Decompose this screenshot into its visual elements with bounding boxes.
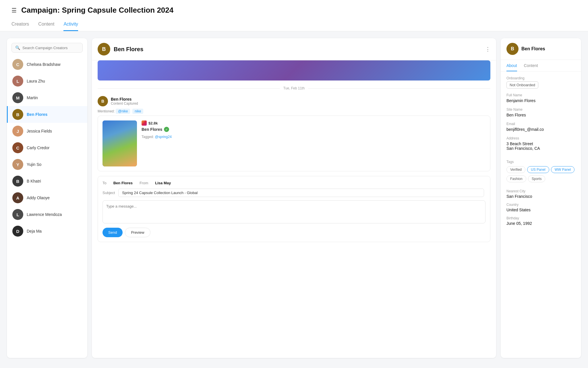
search-icon: 🔍 [15,45,20,50]
date-divider: Tue, Feb 11th [98,86,490,90]
main-content: 🔍 C Chelsea Bradshaw L Laura Zhu M Marti… [0,31,588,365]
email-value: benjifl0res_@mail.co [506,127,575,132]
middle-creator-name: Ben Flores [114,46,143,53]
avatar: C [12,59,23,70]
search-input[interactable] [22,46,79,50]
birthday-field: Birthday June 05, 1992 [506,216,575,226]
subject-input[interactable] [118,189,484,197]
creator-name: Deja Ma [27,229,42,233]
activity-card: B Ben Flores Content Captured Mentioned:… [98,96,490,171]
tagged-value: @spring24 [155,135,172,139]
tab-activity[interactable]: Activity [63,19,78,31]
creator-name: Carly Credor [27,145,49,150]
activity-subtitle: Content Captured [111,101,138,106]
header: ☰ Campaign: Spring Capsule Collection 20… [0,0,588,31]
address-label: Address [506,136,575,140]
avatar: B [98,96,108,106]
email-field: Email benjifl0res_@mail.co [506,122,575,132]
verified-icon: ✓ [164,127,169,132]
divider-line [98,88,280,89]
message-input[interactable] [102,200,486,223]
instagram-icon [142,120,147,126]
location-section: Nearest City San Francisco Country Unite… [501,189,581,226]
onboarding-badge: Not Onboarded [506,81,538,89]
avatar: L [12,209,23,220]
nearest-city-label: Nearest City [506,189,575,193]
tag-us-panel: US Panel [527,166,549,173]
list-item[interactable]: D Deja Ma [7,223,87,239]
creator-name: Addy Olaoye [27,195,50,200]
middle-header: B Ben Flores ⋮ [92,38,496,60]
tab-content[interactable]: Content [38,19,54,31]
search-container: 🔍 [7,43,87,56]
list-item[interactable]: Y Yujin So [7,156,87,173]
content-creator-label: Ben Flores [142,127,162,132]
avatar: C [12,142,23,153]
tab-about[interactable]: About [506,63,517,71]
list-item[interactable]: L Lawrence Mendoza [7,206,87,223]
tab-creators[interactable]: Creators [11,19,29,31]
avatar: B [12,176,23,187]
avatar: J [12,126,23,137]
right-panel: B Ben Flores About Content Onboarding No… [501,38,581,358]
avatar: B [506,43,519,55]
tag-verified: Verified [506,166,525,173]
creator-name: Laura Zhu [27,79,45,83]
from-value: Lisa May [155,181,171,185]
mentioned-row: Mentioned: @nike nike [98,109,490,114]
address-line1: 3 Beach Street [506,141,575,146]
nearest-city-value: San Francisco [506,194,575,199]
creator-name: Ben Flores [27,112,47,117]
address-field: Address 3 Beach Street San Francisco, CA [506,136,575,151]
list-item[interactable]: J Jessica Fields [7,123,87,139]
search-box[interactable]: 🔍 [11,43,83,53]
tab-content[interactable]: Content [524,63,538,71]
tagged-row: Tagged: @spring24 [142,134,486,139]
hamburger-icon[interactable]: ☰ [11,7,17,14]
list-item[interactable]: B B Khatri [7,173,87,189]
avatar: B [12,109,23,120]
full-name-label: Full Name [506,93,575,97]
right-content: Onboarding Not Onboarded Full Name Benja… [501,72,581,160]
preview-button[interactable]: Preview [125,228,150,237]
email-to-from: To Ben Flores From Lisa May [102,181,486,185]
tag-sports: Sports [528,175,546,182]
creator-name: Lawrence Mendoza [27,212,62,217]
site-name-value: Ben Flores [506,113,575,117]
list-item[interactable]: C Chelsea Bradshaw [7,56,87,73]
email-actions: Send Preview [102,228,486,237]
kebab-menu-icon[interactable]: ⋮ [485,46,490,52]
left-sidebar: 🔍 C Chelsea Bradshaw L Laura Zhu M Marti… [7,38,87,358]
birthday-value: June 05, 1992 [506,221,575,226]
content-info: $2.8k Ben Flores ✓ Tagged: @spring24 [142,120,486,166]
middle-content: Tue, Feb 11th B Ben Flores Content Captu… [92,60,496,358]
to-value: Ben Flores [113,181,133,185]
subject-label: Subject [102,191,115,195]
tabs: Creators Content Activity [11,19,577,31]
right-creator-name: Ben Flores [521,46,545,51]
send-button[interactable]: Send [102,228,123,237]
country-label: Country [506,203,575,207]
list-item-active[interactable]: B Ben Flores [7,106,87,123]
list-item[interactable]: A Addy Olaoye [7,189,87,206]
email-section: To Ben Flores From Lisa May Subject Send… [98,176,490,242]
right-tabs: About Content [501,60,581,72]
full-name-value: Benjamin Flores [506,98,575,103]
tags-row: Verified US Panel WW Panel [506,166,575,173]
list-item[interactable]: M Martin [7,89,87,106]
tag-ww-panel: WW Panel [551,166,575,173]
middle-panel: B Ben Flores ⋮ Tue, Feb 11th B [92,38,496,358]
tags-row-2: Fashion Sports [506,175,575,182]
top-image [98,60,490,80]
site-name-field: Site Name Ben Flores [506,108,575,117]
list-item[interactable]: C Carly Credor [7,139,87,156]
app-container: ☰ Campaign: Spring Capsule Collection 20… [0,0,588,368]
avatar: D [12,226,23,237]
creator-name: Martin [27,95,38,100]
page-title: Campaign: Spring Capsule Collection 2024 [21,6,173,15]
list-item[interactable]: L Laura Zhu [7,73,87,89]
full-name-field: Full Name Benjamin Flores [506,93,575,103]
creator-name: Yujin So [27,162,41,167]
content-creator-row: Ben Flores ✓ [142,127,486,132]
activity-info: Ben Flores Content Captured [111,97,138,106]
